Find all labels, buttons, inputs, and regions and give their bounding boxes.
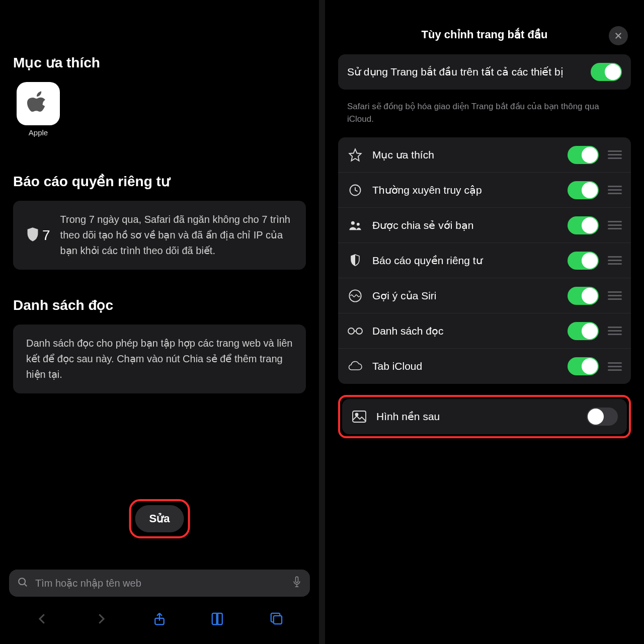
favorite-apple[interactable]: Apple — [13, 82, 63, 137]
reorder-handle[interactable] — [608, 148, 622, 161]
clock-icon — [347, 183, 363, 197]
bookmarks-button[interactable] — [210, 611, 225, 628]
row-siri-suggestions[interactable]: Gợi ý của Siri — [338, 278, 631, 313]
toggle-siri[interactable] — [568, 287, 599, 305]
image-icon — [351, 410, 367, 423]
star-icon — [347, 148, 363, 162]
row-shared-with-you[interactable]: Được chia sẻ với bạn — [338, 208, 631, 243]
microphone-icon[interactable] — [292, 576, 302, 591]
safari-start-page: Mục ưa thích Apple Báo cáo quyền riêng t… — [0, 0, 322, 644]
customize-start-page-sheet: Tùy chỉnh trang bắt đầu Sử dụng Trang bắ… — [322, 0, 644, 644]
close-button[interactable] — [609, 26, 628, 45]
shield-icon — [347, 254, 363, 268]
sections-group: Mục ưa thích Thường xuyên truy cập Được … — [338, 137, 631, 384]
sync-toggle[interactable] — [591, 63, 622, 81]
svg-marker-9 — [349, 149, 361, 160]
svg-point-15 — [356, 328, 362, 334]
reorder-handle[interactable] — [608, 325, 622, 337]
row-reading-list[interactable]: Danh sách đọc — [338, 313, 631, 349]
favorite-label: Apple — [13, 128, 63, 137]
svg-rect-17 — [353, 411, 366, 422]
cloud-icon — [347, 361, 363, 372]
toggle-background[interactable] — [587, 408, 618, 426]
svg-rect-2 — [296, 577, 298, 583]
svg-point-14 — [348, 328, 354, 334]
apple-icon — [17, 82, 60, 125]
row-background-image[interactable]: Hình nền sau — [342, 399, 627, 434]
toggle-favorites[interactable] — [568, 146, 599, 164]
reading-card: Danh sách đọc cho phép bạn tập hợp các t… — [13, 325, 306, 393]
toggle-frequent[interactable] — [568, 181, 599, 199]
reading-heading: Danh sách đọc — [13, 297, 306, 313]
toggle-privacy[interactable] — [568, 252, 599, 270]
favorites-heading: Mục ưa thích — [13, 54, 306, 71]
svg-rect-6 — [274, 616, 282, 624]
edit-button[interactable]: Sửa — [135, 505, 184, 532]
row-favorites[interactable]: Mục ưa thích — [338, 137, 631, 173]
svg-line-1 — [25, 584, 27, 587]
svg-point-0 — [19, 578, 25, 585]
privacy-text: Trong 7 ngày qua, Safari đã ngăn không c… — [60, 212, 293, 259]
bottom-toolbar — [0, 606, 319, 634]
toggle-icloud[interactable] — [568, 357, 599, 375]
siri-icon — [347, 289, 363, 303]
reading-text: Danh sách đọc cho phép bạn tập hợp các t… — [26, 338, 292, 380]
toggle-reading[interactable] — [568, 322, 599, 340]
privacy-card[interactable]: 7 Trong 7 ngày qua, Safari đã ngăn không… — [13, 201, 306, 270]
svg-point-11 — [351, 221, 355, 225]
shield-icon: 7 — [26, 224, 50, 246]
row-icloud-tabs[interactable]: Tab iCloud — [338, 349, 631, 384]
edit-button-highlight: Sửa — [129, 499, 190, 538]
share-button[interactable] — [152, 611, 167, 628]
privacy-heading: Báo cáo quyền riêng tư — [13, 173, 306, 190]
search-icon — [17, 577, 28, 590]
forward-button[interactable] — [94, 611, 109, 628]
people-icon — [347, 218, 363, 232]
reorder-handle[interactable] — [608, 360, 622, 373]
glasses-icon — [347, 326, 363, 336]
background-image-highlight: Hình nền sau — [338, 395, 631, 438]
tracker-count: 7 — [42, 224, 50, 246]
reorder-handle[interactable] — [608, 254, 622, 267]
sync-footnote: Safari sẽ đồng bộ hóa giao diện Trang bắ… — [338, 96, 631, 137]
sync-devices-row[interactable]: Sử dụng Trang bắt đầu trên tất cả các th… — [338, 54, 631, 90]
row-privacy-report[interactable]: Báo cáo quyền riêng tư — [338, 243, 631, 278]
sheet-title: Tùy chỉnh trang bắt đầu — [422, 28, 548, 41]
row-frequently-visited[interactable]: Thường xuyên truy cập — [338, 173, 631, 208]
search-placeholder: Tìm hoặc nhập tên web — [35, 577, 285, 589]
svg-point-12 — [357, 223, 360, 226]
reorder-handle[interactable] — [608, 184, 622, 196]
address-bar[interactable]: Tìm hoặc nhập tên web — [9, 570, 310, 597]
reorder-handle[interactable] — [608, 289, 622, 302]
tabs-button[interactable] — [269, 611, 284, 628]
toggle-shared[interactable] — [568, 216, 599, 234]
back-button[interactable] — [35, 611, 50, 628]
reorder-handle[interactable] — [608, 219, 622, 231]
